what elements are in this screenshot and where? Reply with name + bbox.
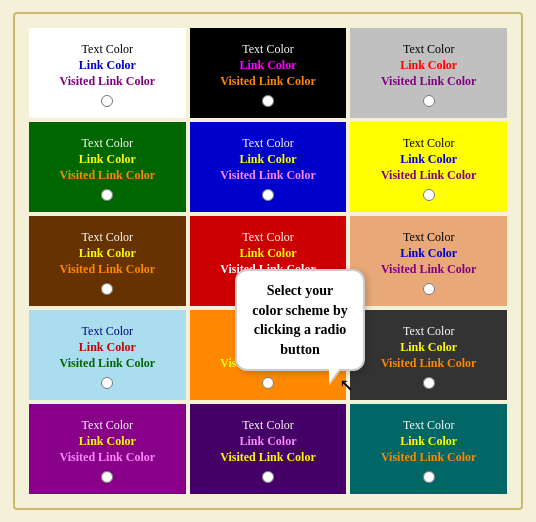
color-cell-cell-brown[interactable]: Text ColorLink ColorVisited Link Color	[29, 216, 186, 306]
cell-visited-label: Visited Link Color	[381, 168, 477, 183]
radio-container	[101, 189, 113, 201]
cell-text-label: Text Color	[403, 324, 455, 339]
color-cell-cell-darkgray[interactable]: Text ColorLink ColorVisited Link Color	[350, 310, 507, 400]
cell-text-label: Text Color	[82, 136, 134, 151]
cell-text-label: Text Color	[242, 230, 294, 245]
cell-link-label: Link Color	[79, 152, 136, 167]
radio-container	[262, 95, 274, 107]
cell-link-label: Link Color	[239, 152, 296, 167]
radio-cell-darkgray[interactable]	[423, 377, 435, 389]
cell-visited-label: Visited Link Color	[381, 356, 477, 371]
cell-text-label: Text Color	[242, 418, 294, 433]
cell-visited-label: Visited Link Color	[60, 168, 156, 183]
cell-visited-label: Visited Link Color	[60, 262, 156, 277]
radio-cell-darkpurple[interactable]	[262, 471, 274, 483]
cell-visited-label: Visited Link Color	[60, 356, 156, 371]
cell-link-label: Link Color	[239, 434, 296, 449]
cell-visited-label: Visited Link Color	[381, 262, 477, 277]
cell-visited-label: Visited Link Color	[60, 74, 156, 89]
radio-cell-gray[interactable]	[423, 95, 435, 107]
cell-link-label: Link Color	[79, 58, 136, 73]
color-cell-cell-gray[interactable]: Text ColorLink ColorVisited Link Color	[350, 28, 507, 118]
cell-visited-label: Visited Link Color	[381, 74, 477, 89]
radio-cell-teal[interactable]	[423, 471, 435, 483]
cell-text-label: Text Color	[82, 324, 134, 339]
radio-container	[423, 283, 435, 295]
radio-cell-purple[interactable]	[101, 471, 113, 483]
radio-cell-green[interactable]	[101, 189, 113, 201]
cell-text-label: Text Color	[403, 418, 455, 433]
radio-container	[423, 95, 435, 107]
tooltip: Select your color scheme by clicking a r…	[235, 269, 365, 371]
radio-container	[262, 377, 274, 389]
cell-text-label: Text Color	[242, 42, 294, 57]
cell-link-label: Link Color	[400, 152, 457, 167]
radio-container	[101, 471, 113, 483]
cell-visited-label: Visited Link Color	[60, 450, 156, 465]
cell-link-label: Link Color	[79, 434, 136, 449]
radio-container	[423, 471, 435, 483]
color-cell-cell-teal[interactable]: Text ColorLink ColorVisited Link Color	[350, 404, 507, 494]
cell-link-label: Link Color	[400, 340, 457, 355]
color-cell-cell-peach[interactable]: Text ColorLink ColorVisited Link Color	[350, 216, 507, 306]
cell-link-label: Link Color	[400, 434, 457, 449]
cell-text-label: Text Color	[403, 230, 455, 245]
cell-text-label: Text Color	[403, 42, 455, 57]
radio-cell-white[interactable]	[101, 95, 113, 107]
cursor-icon: ↖	[340, 375, 353, 397]
tooltip-text: Select your color scheme by clicking a r…	[252, 283, 347, 357]
color-cell-cell-blue[interactable]: Text ColorLink ColorVisited Link Color	[190, 122, 347, 212]
cell-link-label: Link Color	[400, 246, 457, 261]
radio-cell-yellow[interactable]	[423, 189, 435, 201]
cell-visited-label: Visited Link Color	[220, 74, 316, 89]
radio-container	[262, 471, 274, 483]
cell-link-label: Link Color	[239, 58, 296, 73]
cell-link-label: Link Color	[400, 58, 457, 73]
radio-container	[423, 377, 435, 389]
color-cell-cell-black[interactable]: Text ColorLink ColorVisited Link Color	[190, 28, 347, 118]
color-cell-cell-green[interactable]: Text ColorLink ColorVisited Link Color	[29, 122, 186, 212]
cell-visited-label: Visited Link Color	[381, 450, 477, 465]
radio-cell-blue[interactable]	[262, 189, 274, 201]
cell-text-label: Text Color	[242, 136, 294, 151]
radio-cell-peach[interactable]	[423, 283, 435, 295]
color-cell-cell-white[interactable]: Text ColorLink ColorVisited Link Color	[29, 28, 186, 118]
cell-visited-label: Visited Link Color	[220, 450, 316, 465]
radio-container	[101, 377, 113, 389]
radio-cell-orange[interactable]	[262, 377, 274, 389]
color-grid: Text ColorLink ColorVisited Link ColorTe…	[29, 28, 507, 494]
cell-text-label: Text Color	[403, 136, 455, 151]
color-cell-cell-lightblue[interactable]: Text ColorLink ColorVisited Link Color	[29, 310, 186, 400]
radio-container	[101, 95, 113, 107]
radio-container	[101, 283, 113, 295]
color-cell-cell-darkpurple[interactable]: Text ColorLink ColorVisited Link Color	[190, 404, 347, 494]
radio-cell-brown[interactable]	[101, 283, 113, 295]
color-scheme-selector: Text ColorLink ColorVisited Link ColorTe…	[13, 12, 523, 510]
radio-cell-black[interactable]	[262, 95, 274, 107]
cell-text-label: Text Color	[82, 42, 134, 57]
radio-container	[423, 189, 435, 201]
cell-visited-label: Visited Link Color	[220, 168, 316, 183]
color-cell-cell-purple[interactable]: Text ColorLink ColorVisited Link Color	[29, 404, 186, 494]
cell-link-label: Link Color	[79, 340, 136, 355]
cell-link-label: Link Color	[239, 246, 296, 261]
cell-link-label: Link Color	[79, 246, 136, 261]
radio-container	[262, 189, 274, 201]
radio-cell-lightblue[interactable]	[101, 377, 113, 389]
cell-text-label: Text Color	[82, 418, 134, 433]
cell-text-label: Text Color	[82, 230, 134, 245]
color-cell-cell-yellow[interactable]: Text ColorLink ColorVisited Link Color	[350, 122, 507, 212]
